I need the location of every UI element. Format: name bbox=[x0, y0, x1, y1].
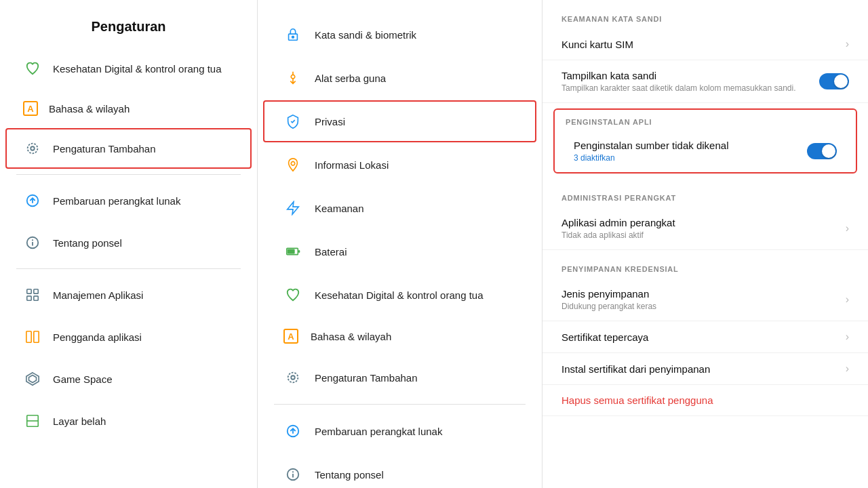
instal-sertifikat-chevron-icon: › bbox=[846, 363, 849, 375]
pengaturan-icon bbox=[23, 139, 42, 158]
svg-point-19 bbox=[291, 161, 295, 165]
privasi-icon bbox=[283, 112, 302, 131]
right-item-kunci-sim[interactable]: Kunci kartu SIM › bbox=[542, 28, 868, 60]
kunci-sim-chevron-icon: › bbox=[846, 38, 849, 50]
lokasi-icon bbox=[283, 155, 302, 174]
sidebar-item-tentang[interactable]: Tentang ponsel bbox=[5, 222, 252, 263]
jenis-penyimpanan-title: Jenis penyimpanan bbox=[561, 288, 656, 300]
kesehatan-icon bbox=[23, 59, 42, 78]
svg-point-23 bbox=[291, 375, 295, 380]
svg-point-1 bbox=[28, 144, 38, 154]
sertifikat-tepercaya-title: Sertifikat tepercaya bbox=[561, 331, 648, 343]
section-header-penginstalan: PENGINSTALAN APLI bbox=[555, 110, 856, 130]
keamanan-icon bbox=[283, 199, 302, 218]
sidebar-item-bahasa[interactable]: A Bahasa & wilayah bbox=[5, 90, 252, 127]
sumber-tidak-dikenal-subtitle: 3 diaktifkan bbox=[574, 153, 728, 163]
sidebar-label-pengaturan: Pengaturan Tambahan bbox=[53, 143, 156, 155]
mid-item-keamanan[interactable]: Keamanan bbox=[263, 187, 536, 229]
svg-rect-10 bbox=[26, 331, 31, 343]
right-item-instal-sertifikat[interactable]: Instal sertifikat dari penyimpanan › bbox=[542, 353, 868, 385]
baterai-icon bbox=[283, 242, 302, 261]
mid-item-pembaruan2[interactable]: Pembaruan perangkat lunak bbox=[263, 410, 536, 452]
sertifikat-tepercaya-chevron-icon: › bbox=[846, 331, 849, 343]
gamespace-icon bbox=[23, 369, 42, 388]
mid-item-katasandi[interactable]: Kata sandi & biometrik bbox=[263, 14, 536, 56]
mid-item-bahasa2[interactable]: A Bahasa & wilayah bbox=[263, 317, 536, 355]
mid-label-bahasa2: Bahasa & wilayah bbox=[311, 331, 391, 342]
right-item-sumber-tidak-dikenal[interactable]: Penginstalan sumber tidak dikenal 3 diak… bbox=[555, 130, 856, 172]
aplikasi-admin-title: Aplikasi admin perangkat bbox=[561, 217, 675, 228]
pengaturan2-icon bbox=[283, 368, 302, 387]
pembaruan2-icon bbox=[283, 422, 302, 441]
svg-point-28 bbox=[293, 472, 294, 472]
mid-label-katasandi: Kata sandi & biometrik bbox=[315, 29, 416, 41]
sidebar-label-pengganda: Pengganda aplikasi bbox=[53, 331, 142, 343]
sumber-tidak-dikenal-toggle[interactable] bbox=[807, 143, 837, 159]
aplikasi-admin-subtitle: Tidak ada aplikasi aktif bbox=[561, 230, 675, 240]
right-item-jenis-penyimpanan[interactable]: Jenis penyimpanan Didukung perangkat ker… bbox=[542, 279, 868, 321]
kunci-sim-title: Kunci kartu SIM bbox=[561, 39, 633, 50]
svg-marker-13 bbox=[29, 375, 37, 383]
tampilkan-sandi-subtitle: Tampilkan karakter saat diketik dalam ko… bbox=[561, 83, 795, 93]
mid-divider bbox=[274, 404, 526, 405]
sidebar-item-gamespace[interactable]: Game Space bbox=[5, 359, 252, 399]
alat-icon bbox=[283, 68, 302, 87]
svg-rect-6 bbox=[27, 289, 31, 293]
mid-item-tentang2[interactable]: Tentang ponsel bbox=[263, 453, 536, 488]
section-header-keamanan-kata-sandi: KEAMANAN KATA SANDI bbox=[542, 0, 868, 28]
sidebar-item-layar[interactable]: Layar belah bbox=[5, 401, 252, 441]
mid-label-lokasi: Informasi Lokasi bbox=[315, 159, 389, 171]
mid-item-alat[interactable]: Alat serba guna bbox=[263, 57, 536, 99]
mid-item-pengaturan2[interactable]: Pengaturan Tambahan bbox=[263, 357, 536, 399]
section-header-administrasi: ADMINISTRASI PERANGKAT bbox=[542, 179, 868, 207]
right-item-tampilkan-sandi[interactable]: Tampilkan kata sandi Tampilkan karakter … bbox=[542, 60, 868, 103]
svg-point-17 bbox=[292, 36, 294, 38]
mid-label-pengaturan2: Pengaturan Tambahan bbox=[315, 372, 418, 384]
mid-label-privasi: Privasi bbox=[315, 116, 345, 127]
sidebar-label-kesehatan: Kesehatan Digital & kontrol orang tua bbox=[53, 63, 222, 75]
left-panel: Pengaturan Kesehatan Digital & kontrol o… bbox=[0, 0, 258, 488]
mid-item-privasi[interactable]: Privasi bbox=[263, 100, 536, 142]
hapus-sertifikat-title: Hapus semua sertifikat pengguna bbox=[561, 394, 713, 406]
sidebar-item-kesehatan[interactable]: Kesehatan Digital & kontrol orang tua bbox=[5, 48, 252, 89]
divider-1 bbox=[16, 174, 241, 175]
sidebar-label-tentang: Tentang ponsel bbox=[53, 237, 122, 249]
sidebar-item-pengganda[interactable]: Pengganda aplikasi bbox=[5, 317, 252, 357]
mid-item-kesehatan2[interactable]: Kesehatan Digital & kontrol orang tua bbox=[263, 274, 536, 316]
svg-rect-8 bbox=[27, 296, 31, 300]
tampilkan-sandi-toggle[interactable] bbox=[819, 73, 849, 89]
bahasa2-icon: A bbox=[283, 329, 298, 344]
mid-label-baterai: Baterai bbox=[315, 246, 347, 258]
sidebar-label-layar: Layar belah bbox=[53, 415, 106, 427]
svg-rect-11 bbox=[34, 331, 39, 343]
svg-marker-20 bbox=[288, 202, 299, 214]
bahasa-icon: A bbox=[23, 101, 38, 116]
katasandi-icon bbox=[283, 25, 302, 44]
mid-label-tentang2: Tentang ponsel bbox=[315, 469, 384, 481]
mid-label-pembaruan2: Pembaruan perangkat lunak bbox=[315, 426, 442, 437]
jenis-penyimpanan-chevron-icon: › bbox=[846, 293, 849, 306]
sidebar-item-pengaturan-tambahan[interactable]: Pengaturan Tambahan bbox=[5, 128, 252, 169]
sidebar-label-gamespace: Game Space bbox=[53, 373, 113, 385]
mid-item-baterai[interactable]: Baterai bbox=[263, 230, 536, 272]
svg-rect-22 bbox=[288, 249, 294, 253]
sidebar-item-pembaruan[interactable]: Pembaruan perangkat lunak bbox=[5, 180, 252, 221]
manajemen-icon bbox=[23, 285, 42, 304]
right-item-aplikasi-admin[interactable]: Aplikasi admin perangkat Tidak ada aplik… bbox=[542, 207, 868, 250]
mid-label-keamanan: Keamanan bbox=[315, 203, 364, 214]
sidebar-item-manajemen[interactable]: Manajemen Aplikasi bbox=[5, 274, 252, 315]
mid-item-lokasi[interactable]: Informasi Lokasi bbox=[263, 144, 536, 186]
kesehatan2-icon bbox=[283, 285, 302, 304]
pengganda-icon bbox=[23, 327, 42, 346]
right-item-hapus-sertifikat[interactable]: Hapus semua sertifikat pengguna bbox=[542, 385, 868, 416]
svg-rect-9 bbox=[34, 296, 38, 300]
svg-point-0 bbox=[31, 146, 35, 150]
instal-sertifikat-title: Instal sertifikat dari penyimpanan bbox=[561, 363, 710, 375]
right-item-sertifikat-tepercaya[interactable]: Sertifikat tepercaya › bbox=[542, 321, 868, 353]
svg-point-18 bbox=[291, 75, 295, 79]
mid-label-alat: Alat serba guna bbox=[315, 73, 386, 84]
sumber-tidak-dikenal-title: Penginstalan sumber tidak dikenal bbox=[574, 140, 728, 151]
penginstalan-section: PENGINSTALAN APLI Penginstalan sumber ti… bbox=[553, 108, 857, 174]
divider-2 bbox=[16, 268, 241, 269]
sidebar-label-manajemen: Manajemen Aplikasi bbox=[53, 289, 143, 301]
